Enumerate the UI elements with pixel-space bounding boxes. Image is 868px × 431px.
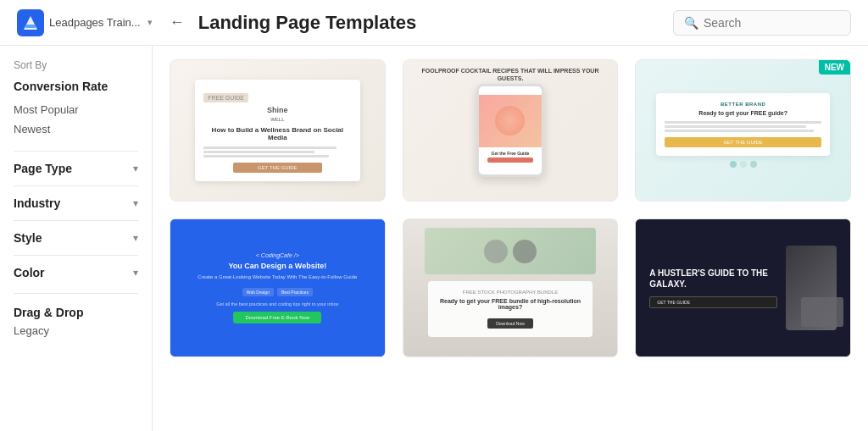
new-badge: NEW: [819, 60, 850, 75]
filter-color-label: Color: [14, 266, 45, 279]
sort-by-label: Sort By: [14, 59, 138, 71]
template-thumb-1: FREE GUIDE ShineWELL How to Build a Well…: [170, 59, 386, 202]
filter-row-color[interactable]: Color ▾: [14, 255, 138, 290]
filter-style-label: Style: [14, 231, 42, 245]
template-card-5[interactable]: Free Stock Photography Bundle Ready to g…: [403, 218, 619, 357]
drag-drop-label: Drag & Drop: [14, 306, 138, 319]
filter-most-popular[interactable]: Most Popular: [14, 100, 138, 119]
template-thumb-3: NEW BETTER BRAND Ready to get your FREE …: [635, 59, 851, 202]
header: Leadpages Train... ▾ ← Landing Page Temp…: [0, 0, 868, 46]
legacy-filter[interactable]: Legacy: [14, 324, 138, 337]
filter-row-style[interactable]: Style ▾: [14, 220, 138, 255]
template-thumb-5: Free Stock Photography Bundle Ready to g…: [403, 218, 619, 357]
template-thumb-6: A HUSTLER'S GUIDE TO THE GALAXY. GET THE…: [635, 218, 851, 357]
conversion-rate-section: Conversion Rate Most Popular Newest: [14, 80, 138, 139]
filter-page-type-label: Page Type: [14, 162, 72, 175]
brand-name: Leadpages Train...: [49, 16, 141, 29]
template-card-3[interactable]: NEW BETTER BRAND Ready to get your FREE …: [635, 59, 851, 202]
template-card-2[interactable]: FOOLPROOF COCKTAIL RECIPES THAT WILL IMP…: [403, 59, 619, 202]
chevron-down-icon: ▾: [133, 232, 138, 244]
search-icon: 🔍: [684, 16, 698, 30]
conversion-rate-heading: Conversion Rate: [14, 80, 138, 93]
brand-logo[interactable]: Leadpages Train... ▾: [17, 9, 153, 36]
sidebar: Sort By Conversion Rate Most Popular New…: [0, 46, 153, 431]
chevron-down-icon: ▾: [133, 163, 138, 174]
search-input[interactable]: [704, 16, 840, 30]
chevron-down-icon: ▾: [133, 267, 138, 279]
templates-grid: FREE GUIDE ShineWELL How to Build a Well…: [170, 59, 851, 357]
drag-drop-section: Drag & Drop Legacy: [14, 293, 138, 337]
back-button[interactable]: ←: [170, 14, 185, 31]
template-card-6[interactable]: A HUSTLER'S GUIDE TO THE GALAXY. GET THE…: [635, 218, 851, 357]
template-thumb-4: < CodingCafe /> You Can Design a Website…: [170, 218, 386, 357]
main-layout: Sort By Conversion Rate Most Popular New…: [0, 46, 868, 431]
brand-logo-icon: [17, 9, 44, 36]
page-title: Landing Page Templates: [198, 12, 673, 34]
templates-content: FREE GUIDE ShineWELL How to Build a Well…: [153, 46, 868, 431]
filter-newest[interactable]: Newest: [14, 119, 138, 139]
filter-row-industry[interactable]: Industry ▾: [14, 185, 138, 220]
template-thumb-2: FOOLPROOF COCKTAIL RECIPES THAT WILL IMP…: [403, 59, 619, 202]
template-card-4[interactable]: < CodingCafe /> You Can Design a Website…: [170, 218, 386, 357]
template-card-1[interactable]: FREE GUIDE ShineWELL How to Build a Well…: [170, 59, 386, 202]
svg-rect-2: [25, 25, 36, 28]
search-bar: 🔍: [673, 10, 851, 36]
filter-industry-label: Industry: [14, 196, 60, 210]
chevron-down-icon: ▾: [133, 197, 138, 209]
brand-dropdown-arrow[interactable]: ▾: [147, 17, 153, 28]
filter-row-page-type[interactable]: Page Type ▾: [14, 151, 138, 185]
